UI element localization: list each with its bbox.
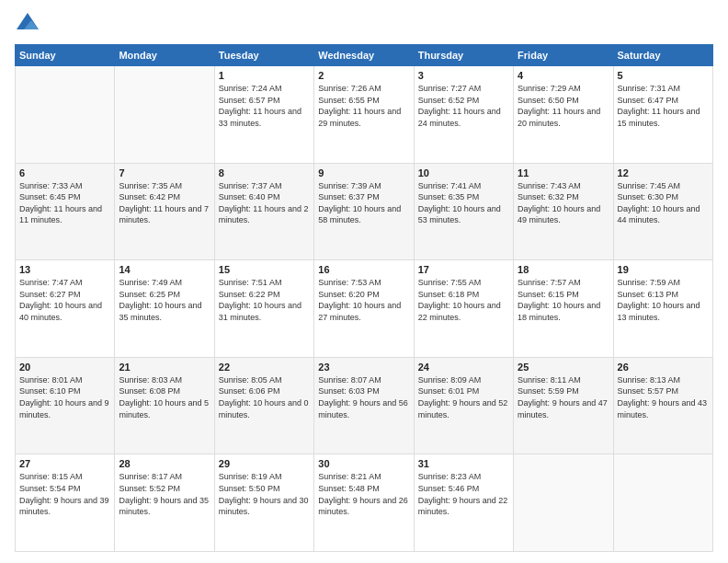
day-number: 18 bbox=[518, 264, 609, 275]
calendar-cell: 31Sunrise: 8:23 AMSunset: 5:46 PMDayligh… bbox=[414, 454, 513, 552]
day-number: 20 bbox=[19, 362, 110, 373]
day-info: Sunrise: 8:13 AMSunset: 5:57 PMDaylight:… bbox=[618, 374, 709, 420]
day-number: 16 bbox=[318, 264, 409, 275]
day-number: 13 bbox=[19, 264, 110, 275]
logo-icon bbox=[15, 11, 40, 37]
calendar-cell bbox=[16, 66, 115, 164]
day-info: Sunrise: 8:11 AMSunset: 5:59 PMDaylight:… bbox=[518, 374, 609, 420]
calendar-table: SundayMondayTuesdayWednesdayThursdayFrid… bbox=[15, 44, 713, 552]
day-info: Sunrise: 7:57 AMSunset: 6:15 PMDaylight:… bbox=[518, 277, 609, 323]
page: SundayMondayTuesdayWednesdayThursdayFrid… bbox=[0, 0, 728, 563]
calendar-cell: 21Sunrise: 8:03 AMSunset: 6:08 PMDayligh… bbox=[115, 357, 214, 454]
calendar-cell bbox=[514, 454, 613, 552]
calendar-cell: 12Sunrise: 7:45 AMSunset: 6:30 PMDayligh… bbox=[613, 163, 712, 260]
calendar-week-row: 1Sunrise: 7:24 AMSunset: 6:57 PMDaylight… bbox=[16, 66, 713, 164]
day-info: Sunrise: 7:31 AMSunset: 6:47 PMDaylight:… bbox=[618, 83, 709, 129]
weekday-header: Friday bbox=[514, 45, 613, 66]
day-number: 28 bbox=[119, 458, 210, 469]
calendar-cell: 29Sunrise: 8:19 AMSunset: 5:50 PMDayligh… bbox=[214, 454, 313, 552]
day-number: 8 bbox=[219, 167, 310, 178]
day-number: 7 bbox=[119, 167, 210, 178]
calendar-cell: 26Sunrise: 8:13 AMSunset: 5:57 PMDayligh… bbox=[613, 357, 712, 454]
calendar-cell: 23Sunrise: 8:07 AMSunset: 6:03 PMDayligh… bbox=[314, 357, 414, 454]
weekday-header: Wednesday bbox=[314, 45, 414, 66]
day-info: Sunrise: 7:27 AMSunset: 6:52 PMDaylight:… bbox=[418, 83, 509, 129]
day-number: 26 bbox=[618, 362, 709, 373]
day-number: 21 bbox=[119, 362, 210, 373]
calendar-cell: 8Sunrise: 7:37 AMSunset: 6:40 PMDaylight… bbox=[214, 163, 313, 260]
day-info: Sunrise: 7:43 AMSunset: 6:32 PMDaylight:… bbox=[518, 180, 609, 226]
calendar-cell: 1Sunrise: 7:24 AMSunset: 6:57 PMDaylight… bbox=[214, 66, 313, 164]
calendar-cell: 28Sunrise: 8:17 AMSunset: 5:52 PMDayligh… bbox=[115, 454, 214, 552]
day-number: 14 bbox=[119, 264, 210, 275]
weekday-header: Thursday bbox=[414, 45, 513, 66]
calendar-cell: 22Sunrise: 8:05 AMSunset: 6:06 PMDayligh… bbox=[214, 357, 313, 454]
calendar-header-row: SundayMondayTuesdayWednesdayThursdayFrid… bbox=[16, 45, 713, 66]
day-number: 3 bbox=[418, 70, 509, 81]
day-info: Sunrise: 8:21 AMSunset: 5:48 PMDaylight:… bbox=[318, 471, 409, 517]
calendar-cell: 20Sunrise: 8:01 AMSunset: 6:10 PMDayligh… bbox=[16, 357, 115, 454]
day-info: Sunrise: 7:49 AMSunset: 6:25 PMDaylight:… bbox=[119, 277, 210, 323]
day-info: Sunrise: 8:09 AMSunset: 6:01 PMDaylight:… bbox=[418, 374, 509, 420]
weekday-header: Monday bbox=[115, 45, 214, 66]
calendar-week-row: 27Sunrise: 8:15 AMSunset: 5:54 PMDayligh… bbox=[16, 454, 713, 552]
day-info: Sunrise: 7:35 AMSunset: 6:42 PMDaylight:… bbox=[119, 180, 210, 226]
day-number: 12 bbox=[618, 167, 709, 178]
day-info: Sunrise: 8:07 AMSunset: 6:03 PMDaylight:… bbox=[318, 374, 409, 420]
calendar-cell: 10Sunrise: 7:41 AMSunset: 6:35 PMDayligh… bbox=[414, 163, 513, 260]
day-info: Sunrise: 7:24 AMSunset: 6:57 PMDaylight:… bbox=[219, 83, 310, 129]
calendar-cell: 19Sunrise: 7:59 AMSunset: 6:13 PMDayligh… bbox=[613, 260, 712, 358]
calendar-cell bbox=[613, 454, 712, 552]
calendar-cell: 9Sunrise: 7:39 AMSunset: 6:37 PMDaylight… bbox=[314, 163, 414, 260]
day-info: Sunrise: 8:23 AMSunset: 5:46 PMDaylight:… bbox=[418, 471, 509, 517]
calendar-cell: 25Sunrise: 8:11 AMSunset: 5:59 PMDayligh… bbox=[514, 357, 613, 454]
day-info: Sunrise: 7:41 AMSunset: 6:35 PMDaylight:… bbox=[418, 180, 509, 226]
day-number: 30 bbox=[318, 458, 409, 469]
day-number: 15 bbox=[219, 264, 310, 275]
calendar-cell: 6Sunrise: 7:33 AMSunset: 6:45 PMDaylight… bbox=[16, 163, 115, 260]
day-info: Sunrise: 7:29 AMSunset: 6:50 PMDaylight:… bbox=[518, 83, 609, 129]
day-info: Sunrise: 7:26 AMSunset: 6:55 PMDaylight:… bbox=[318, 83, 409, 129]
weekday-header: Sunday bbox=[16, 45, 115, 66]
day-info: Sunrise: 7:51 AMSunset: 6:22 PMDaylight:… bbox=[219, 277, 310, 323]
day-number: 25 bbox=[518, 362, 609, 373]
day-number: 31 bbox=[418, 458, 509, 469]
day-info: Sunrise: 7:53 AMSunset: 6:20 PMDaylight:… bbox=[318, 277, 409, 323]
calendar-cell: 2Sunrise: 7:26 AMSunset: 6:55 PMDaylight… bbox=[314, 66, 414, 164]
day-number: 4 bbox=[518, 70, 609, 81]
header bbox=[15, 11, 713, 37]
calendar-cell: 16Sunrise: 7:53 AMSunset: 6:20 PMDayligh… bbox=[314, 260, 414, 358]
day-number: 19 bbox=[618, 264, 709, 275]
day-info: Sunrise: 8:19 AMSunset: 5:50 PMDaylight:… bbox=[219, 471, 310, 517]
day-number: 9 bbox=[318, 167, 409, 178]
day-number: 27 bbox=[19, 458, 110, 469]
calendar-cell: 13Sunrise: 7:47 AMSunset: 6:27 PMDayligh… bbox=[16, 260, 115, 358]
day-info: Sunrise: 7:55 AMSunset: 6:18 PMDaylight:… bbox=[418, 277, 509, 323]
day-info: Sunrise: 7:59 AMSunset: 6:13 PMDaylight:… bbox=[618, 277, 709, 323]
weekday-header: Tuesday bbox=[214, 45, 313, 66]
day-number: 22 bbox=[219, 362, 310, 373]
day-info: Sunrise: 7:37 AMSunset: 6:40 PMDaylight:… bbox=[219, 180, 310, 226]
calendar-cell: 15Sunrise: 7:51 AMSunset: 6:22 PMDayligh… bbox=[214, 260, 313, 358]
calendar-cell bbox=[115, 66, 214, 164]
calendar-cell: 17Sunrise: 7:55 AMSunset: 6:18 PMDayligh… bbox=[414, 260, 513, 358]
day-info: Sunrise: 8:05 AMSunset: 6:06 PMDaylight:… bbox=[219, 374, 310, 420]
calendar-week-row: 20Sunrise: 8:01 AMSunset: 6:10 PMDayligh… bbox=[16, 357, 713, 454]
calendar-cell: 30Sunrise: 8:21 AMSunset: 5:48 PMDayligh… bbox=[314, 454, 414, 552]
calendar-cell: 27Sunrise: 8:15 AMSunset: 5:54 PMDayligh… bbox=[16, 454, 115, 552]
day-number: 2 bbox=[318, 70, 409, 81]
day-number: 5 bbox=[618, 70, 709, 81]
calendar-cell: 11Sunrise: 7:43 AMSunset: 6:32 PMDayligh… bbox=[514, 163, 613, 260]
day-number: 1 bbox=[219, 70, 310, 81]
logo bbox=[15, 11, 44, 37]
day-number: 10 bbox=[418, 167, 509, 178]
calendar-cell: 18Sunrise: 7:57 AMSunset: 6:15 PMDayligh… bbox=[514, 260, 613, 358]
calendar-cell: 24Sunrise: 8:09 AMSunset: 6:01 PMDayligh… bbox=[414, 357, 513, 454]
calendar-cell: 5Sunrise: 7:31 AMSunset: 6:47 PMDaylight… bbox=[613, 66, 712, 164]
day-info: Sunrise: 7:45 AMSunset: 6:30 PMDaylight:… bbox=[618, 180, 709, 226]
calendar-week-row: 13Sunrise: 7:47 AMSunset: 6:27 PMDayligh… bbox=[16, 260, 713, 358]
day-info: Sunrise: 7:47 AMSunset: 6:27 PMDaylight:… bbox=[19, 277, 110, 323]
day-info: Sunrise: 8:17 AMSunset: 5:52 PMDaylight:… bbox=[119, 471, 210, 517]
day-info: Sunrise: 8:01 AMSunset: 6:10 PMDaylight:… bbox=[19, 374, 110, 420]
day-number: 17 bbox=[418, 264, 509, 275]
